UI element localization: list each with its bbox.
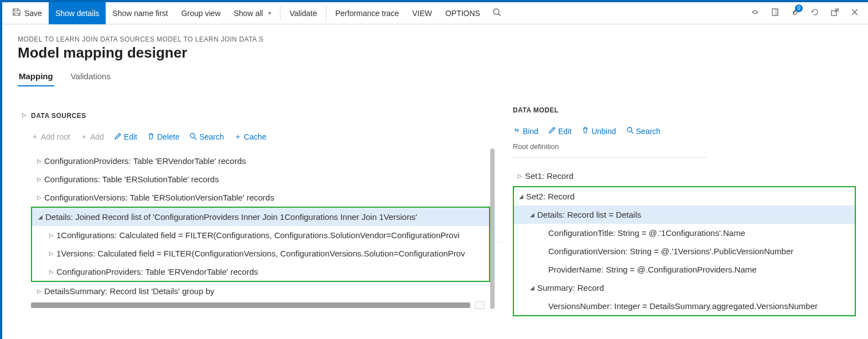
options-label: OPTIONS: [445, 9, 480, 18]
link-icon: [513, 126, 521, 136]
search-button-right[interactable]: Search: [626, 126, 661, 136]
scroll-thumb[interactable]: [475, 301, 485, 309]
svg-point-0: [493, 9, 499, 14]
edit-button[interactable]: Edit: [114, 132, 137, 142]
svg-line-6: [194, 137, 196, 140]
diamond-icon: [751, 8, 760, 18]
vertical-scrollbar[interactable]: [490, 148, 495, 309]
search-icon: [492, 8, 501, 18]
highlighted-group: ◢Details: Joined Record list of 'Configu…: [31, 207, 490, 282]
popout-button[interactable]: [825, 2, 845, 24]
tree-node[interactable]: ▷Configurations: Table 'ERSolutionTable'…: [31, 170, 490, 188]
edit-label: Edit: [558, 127, 571, 136]
validate-label: Validate: [289, 9, 317, 18]
tab-mapping[interactable]: Mapping: [18, 68, 54, 86]
delete-label: Delete: [157, 132, 179, 141]
splitter-handle[interactable]: ⋮: [499, 239, 502, 243]
group-view-button[interactable]: Group view: [175, 2, 227, 24]
popout-icon: [830, 8, 839, 18]
panel-expander[interactable]: ▷: [18, 106, 31, 118]
plus-icon: ＋: [234, 132, 242, 142]
tabs: Mapping Validations: [1, 66, 867, 87]
options-menu[interactable]: OPTIONS: [439, 2, 487, 24]
tree-node[interactable]: ▷Set1: Record: [513, 167, 856, 185]
tab-validations[interactable]: Validations: [70, 68, 112, 86]
page-title: Model mapping designer: [1, 43, 867, 66]
add-root-label: Add root: [41, 132, 70, 141]
tree-node-label: 1Versions: Calculated field = FILTER(Con…: [56, 249, 465, 258]
highlighted-group: ◢Set2: Record ◢Details: Record list = De…: [513, 186, 856, 316]
pencil-icon: [548, 126, 556, 136]
tree-node[interactable]: ▷ConfigurationProviders: Table 'ERVendor…: [32, 263, 489, 281]
unbind-label: Unbind: [591, 127, 616, 136]
root-definition-label: Root definition: [513, 142, 856, 154]
tree-node[interactable]: VersionsNumber: Integer = DetailsSummary…: [514, 297, 855, 315]
close-icon: [851, 8, 859, 18]
show-name-first-label: Show name first: [112, 9, 168, 18]
cache-label: Cache: [244, 132, 266, 141]
office-icon-button[interactable]: [765, 2, 785, 24]
save-label: Save: [24, 9, 42, 18]
refresh-button[interactable]: [805, 2, 825, 24]
add-label: Add: [90, 132, 104, 141]
show-details-button[interactable]: Show details: [49, 2, 106, 24]
show-name-first-button[interactable]: Show name first: [106, 2, 174, 24]
tree-node[interactable]: ▷1Configurations: Calculated field = FIL…: [32, 226, 489, 244]
tree-node[interactable]: ConfigurationVersion: String = @.'1Versi…: [514, 242, 855, 260]
attachments-button[interactable]: 0: [785, 2, 805, 24]
tree-node-label: Details: Joined Record list of 'Configur…: [45, 212, 417, 222]
search-button-left[interactable]: Search: [189, 132, 224, 142]
horizontal-scrollbar[interactable]: [31, 302, 470, 308]
tree-node[interactable]: ◢Summary: Record: [514, 279, 855, 297]
svg-rect-3: [775, 9, 778, 16]
add-root-button[interactable]: ＋ Add root: [31, 132, 70, 142]
add-button[interactable]: ＋ Add: [80, 132, 104, 142]
save-button[interactable]: Save: [6, 2, 49, 24]
view-menu[interactable]: VIEW: [406, 2, 439, 24]
search-icon: [626, 126, 634, 136]
tree-node-details[interactable]: ◢Details: Joined Record list of 'Configu…: [32, 208, 489, 226]
pencil-icon: [114, 132, 122, 142]
search-label: Search: [636, 127, 661, 136]
group-view-label: Group view: [181, 9, 221, 18]
tree-node-label: Summary: Record: [537, 283, 604, 292]
tree-node[interactable]: ▷ConfigurationVersions: Table 'ERSolutio…: [31, 188, 490, 207]
plus-icon: ＋: [80, 132, 88, 142]
delete-button[interactable]: Delete: [147, 132, 179, 142]
trash-icon: [147, 132, 155, 142]
divider: [326, 6, 326, 20]
data-sources-toolbar: ＋ Add root ＋ Add Edit: [31, 127, 503, 148]
search-label: Search: [199, 132, 224, 141]
svg-point-7: [627, 127, 632, 132]
tree-node[interactable]: ProviderName: String = @.ConfigurationPr…: [514, 260, 855, 279]
close-button[interactable]: [845, 2, 865, 24]
refresh-icon: [810, 8, 819, 18]
show-details-label: Show details: [55, 9, 99, 18]
command-bar: Save Show details Show name first Group …: [2, 2, 868, 24]
tree-node[interactable]: ▷ConfigurationProviders: Table 'ERVendor…: [31, 152, 490, 170]
bind-button[interactable]: Bind: [513, 126, 538, 136]
data-model-toolbar: Bind Edit Unbind: [513, 122, 856, 142]
data-sources-tree: ▷ConfigurationProviders: Table 'ERVendor…: [31, 148, 490, 300]
tree-node-details[interactable]: ◢Details: Record list = Details: [514, 206, 855, 224]
svg-line-8: [631, 131, 633, 133]
tree-node[interactable]: ◢Set2: Record: [514, 187, 855, 206]
tree-node-label: ConfigurationProviders: Table 'ERVendorT…: [44, 156, 246, 166]
tree-node-label: Configurations: Table 'ERSolutionTable' …: [44, 174, 219, 184]
tree-node[interactable]: ConfigurationTitle: String = @.'1Configu…: [514, 224, 855, 242]
connector-icon-button[interactable]: [745, 2, 765, 24]
tree-node[interactable]: ▷1Versions: Calculated field = FILTER(Co…: [32, 244, 489, 263]
tree-node-label: ConfigurationVersion: String = @.'1Versi…: [548, 246, 793, 256]
tree-node-label: DetailsSummary: Record list 'Details' gr…: [44, 286, 215, 296]
show-all-dropdown[interactable]: Show all: [227, 2, 278, 24]
search-command[interactable]: [487, 2, 507, 24]
edit-label: Edit: [124, 132, 137, 141]
cache-button[interactable]: ＋ Cache: [234, 132, 266, 142]
validate-button[interactable]: Validate: [283, 2, 324, 24]
tree-node-label: VersionsNumber: Integer = DetailsSummary…: [548, 301, 818, 311]
edit-button-right[interactable]: Edit: [548, 126, 571, 136]
unbind-button[interactable]: Unbind: [581, 126, 616, 136]
tree-node[interactable]: ▷DetailsSummary: Record list 'Details' g…: [31, 282, 490, 300]
svg-line-1: [498, 14, 501, 16]
performance-trace-button[interactable]: Performance trace: [329, 2, 406, 24]
